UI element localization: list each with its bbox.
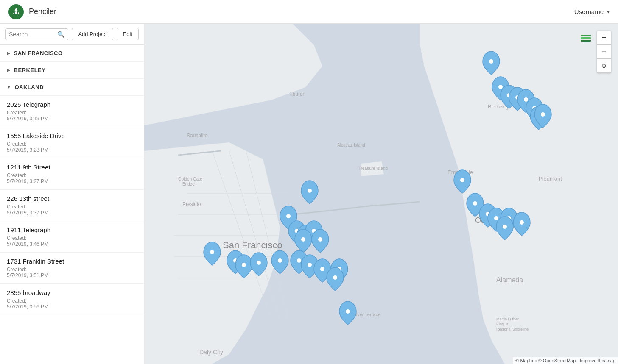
- svg-point-38: [278, 258, 282, 263]
- app-logo: [8, 4, 24, 19]
- sidebar-city-berkeley[interactable]: ▶BERKELEY: [0, 62, 144, 79]
- svg-point-39: [297, 258, 301, 263]
- svg-text:Alcatraz Island: Alcatraz Island: [337, 143, 365, 147]
- project-meta-label: Created:5/7/2019, 3:37 PM: [7, 204, 137, 216]
- svg-rect-66: [581, 40, 591, 42]
- project-list-item[interactable]: 1211 9th StreetCreated:5/7/2019, 3:27 PM: [0, 158, 144, 190]
- sidebar-list: ▶SAN FRANCISCO▶BERKELEY▼OAKLAND2025 Tele…: [0, 45, 144, 364]
- svg-text:King Jr: King Jr: [496, 322, 508, 326]
- svg-point-49: [460, 178, 464, 182]
- svg-point-62: [541, 112, 545, 117]
- search-icon: 🔍: [57, 31, 64, 38]
- add-project-button[interactable]: Add Project: [72, 28, 113, 40]
- svg-point-50: [473, 201, 477, 206]
- created-date: 5/7/2019, 3:56 PM: [7, 304, 48, 310]
- svg-point-31: [308, 189, 312, 193]
- svg-text:Piedmont: Piedmont: [539, 175, 562, 182]
- project-meta-label: Created:5/7/2019, 3:51 PM: [7, 267, 137, 278]
- svg-text:Golden Gate: Golden Gate: [178, 177, 202, 181]
- map-attribution: © Mapbox © OpenStreetMap Improve this ma…: [513, 357, 618, 364]
- map-area: San Francisco Oakland Emeryville Berkele…: [144, 24, 618, 364]
- project-list-item[interactable]: 2025 TelegraphCreated:5/7/2019, 3:19 PM: [0, 96, 144, 127]
- created-date: 5/7/2019, 3:27 PM: [7, 178, 48, 184]
- zoom-out-button[interactable]: −: [597, 45, 611, 58]
- svg-point-47: [257, 261, 261, 265]
- city-chevron-icon: ▶: [7, 68, 11, 72]
- created-date: 5/7/2019, 3:51 PM: [7, 272, 48, 278]
- sidebar-city-oakland[interactable]: ▼OAKLAND: [0, 79, 144, 96]
- svg-point-32: [286, 214, 291, 218]
- created-date: 5/7/2019, 3:46 PM: [7, 241, 48, 247]
- improve-map-link[interactable]: Improve this map: [580, 358, 615, 363]
- svg-text:Tiburon: Tiburon: [288, 91, 305, 97]
- project-meta-label: Created:5/7/2019, 3:56 PM: [7, 298, 137, 310]
- svg-point-37: [318, 237, 322, 242]
- zoom-in-button[interactable]: +: [597, 31, 611, 44]
- project-name-label: 2855 broadway: [7, 289, 137, 296]
- header-left: Penciler: [8, 4, 56, 19]
- created-label: Created:: [7, 110, 26, 116]
- created-label: Created:: [7, 267, 26, 272]
- project-meta-label: Created:5/7/2019, 3:46 PM: [7, 235, 137, 247]
- created-label: Created:: [7, 172, 26, 178]
- search-input[interactable]: [9, 31, 57, 38]
- created-label: Created:: [7, 235, 26, 241]
- svg-text:Treasure Island: Treasure Island: [358, 166, 388, 171]
- svg-text:Martin Luther: Martin Luther: [496, 317, 519, 321]
- svg-rect-65: [581, 37, 591, 39]
- project-name-label: 226 13th street: [7, 195, 137, 202]
- svg-point-46: [242, 263, 246, 267]
- app-header: Penciler Username ▾: [0, 0, 618, 24]
- project-meta-label: Created:5/7/2019, 3:27 PM: [7, 172, 137, 184]
- project-name-label: 2025 Telegraph: [7, 101, 137, 108]
- project-name-label: 1211 9th Street: [7, 164, 137, 171]
- sidebar: 🔍 Add Project Edit ▶SAN FRANCISCO▶BERKEL…: [0, 24, 144, 364]
- city-chevron-icon: ▼: [7, 85, 11, 89]
- sidebar-city-san-francisco[interactable]: ▶SAN FRANCISCO: [0, 45, 144, 62]
- search-wrapper[interactable]: 🔍: [5, 28, 68, 40]
- svg-point-56: [498, 85, 503, 89]
- sidebar-toolbar: 🔍 Add Project Edit: [0, 24, 144, 45]
- app-title: Penciler: [29, 7, 56, 16]
- svg-text:Daly City: Daly City: [199, 349, 223, 356]
- project-list-item[interactable]: 1731 Franklin StreetCreated:5/7/2019, 3:…: [0, 253, 144, 284]
- svg-text:Regional Shoreline: Regional Shoreline: [496, 327, 529, 331]
- svg-point-40: [308, 263, 312, 267]
- username-label[interactable]: Username: [574, 8, 604, 15]
- created-label: Created:: [7, 298, 26, 304]
- svg-point-54: [503, 225, 507, 229]
- city-name-label: OAKLAND: [14, 84, 44, 90]
- project-name-label: 1555 Lakeside Drive: [7, 132, 137, 139]
- city-name-label: SAN FRANCISCO: [14, 50, 63, 56]
- project-list-item[interactable]: 1555 Lakeside DriveCreated:5/7/2019, 3:2…: [0, 127, 144, 158]
- svg-text:Alameda: Alameda: [496, 276, 523, 283]
- reset-north-button[interactable]: ⊕: [597, 59, 611, 72]
- svg-point-55: [520, 220, 524, 225]
- main-layout: 🔍 Add Project Edit ▶SAN FRANCISCO▶BERKEL…: [0, 24, 618, 364]
- project-list-item[interactable]: 2855 broadwayCreated:5/7/2019, 3:56 PM: [0, 284, 144, 315]
- svg-text:San Francisco: San Francisco: [223, 240, 282, 250]
- project-meta-label: Created:5/7/2019, 3:19 PM: [7, 110, 137, 122]
- created-label: Created:: [7, 204, 26, 210]
- layer-icon[interactable]: [579, 31, 593, 44]
- project-meta-label: Created:5/7/2019, 3:23 PM: [7, 141, 137, 153]
- header-right: Username ▾: [574, 8, 610, 15]
- project-list-item[interactable]: 226 13th streetCreated:5/7/2019, 3:37 PM: [0, 190, 144, 221]
- svg-point-63: [489, 59, 493, 64]
- edit-button[interactable]: Edit: [117, 28, 139, 40]
- project-list-item[interactable]: 1911 TelegraphCreated:5/7/2019, 3:46 PM: [0, 221, 144, 253]
- svg-point-52: [494, 216, 498, 220]
- svg-point-59: [524, 97, 528, 102]
- svg-point-43: [333, 275, 337, 280]
- created-date: 5/7/2019, 3:19 PM: [7, 116, 48, 122]
- svg-point-36: [301, 237, 305, 242]
- created-label: Created:: [7, 141, 26, 147]
- username-chevron-icon[interactable]: ▾: [607, 9, 610, 15]
- created-date: 5/7/2019, 3:37 PM: [7, 210, 48, 216]
- created-date: 5/7/2019, 3:23 PM: [7, 147, 48, 153]
- svg-text:Bridge: Bridge: [182, 182, 195, 186]
- project-name-label: 1911 Telegraph: [7, 226, 137, 233]
- city-name-label: BERKELEY: [14, 67, 46, 73]
- svg-point-3: [15, 11, 17, 14]
- svg-point-44: [210, 250, 214, 254]
